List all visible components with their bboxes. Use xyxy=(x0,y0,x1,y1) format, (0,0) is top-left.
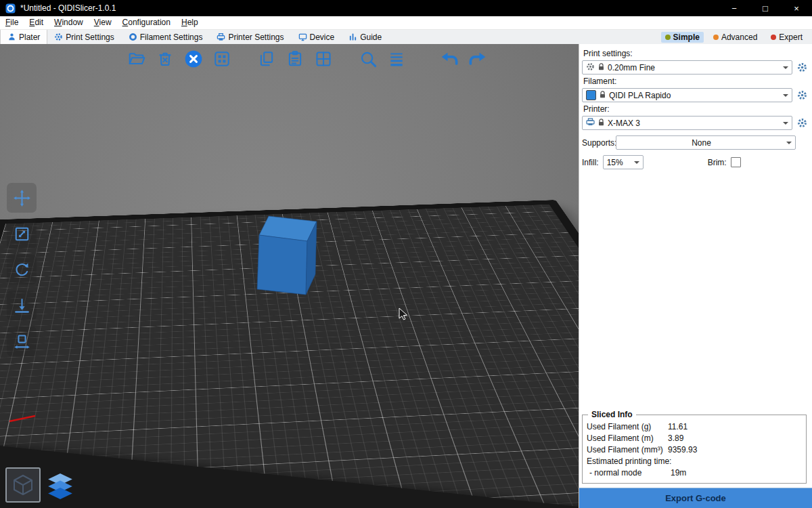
paste-icon[interactable] xyxy=(284,47,307,70)
guide-icon xyxy=(348,33,357,41)
filament-gear-button[interactable] xyxy=(796,89,808,102)
printer-icon xyxy=(586,118,595,128)
menu-view[interactable]: View xyxy=(89,16,117,29)
tab-filament-settings[interactable]: Filament Settings xyxy=(122,30,210,44)
sliced-info-row: Used Filament (mm³) 9359.93 xyxy=(587,445,802,455)
tab-guide[interactable]: Guide xyxy=(342,30,389,44)
left-toolbar xyxy=(7,183,37,356)
sliced-info-title: Sliced Info xyxy=(588,410,636,419)
tab-bar: Plater Print Settings Filament Settings … xyxy=(0,30,812,45)
printer-gear-button[interactable] xyxy=(796,117,808,129)
lock-icon xyxy=(600,91,606,100)
mode-expert[interactable]: Expert xyxy=(767,32,807,43)
menu-edit[interactable]: Edit xyxy=(24,16,49,29)
minimize-button[interactable]: − xyxy=(719,0,750,16)
editor-3d-view-button[interactable] xyxy=(5,467,41,503)
printer-label: Printer: xyxy=(583,104,808,114)
export-gcode-button[interactable]: Export G-code xyxy=(579,488,812,508)
delete-icon[interactable] xyxy=(154,47,177,70)
move-icon[interactable] xyxy=(7,183,37,213)
maximize-button[interactable]: □ xyxy=(750,0,781,16)
supports-combo[interactable]: None xyxy=(616,135,796,150)
gear-icon xyxy=(54,33,63,41)
view-mode-buttons xyxy=(5,467,76,503)
title-bar: *Untitled - QIDISlicer-1.0.1 − □ × xyxy=(0,0,812,16)
sliced-info-row: - normal mode 19m xyxy=(587,468,802,478)
sliced-info-panel: Sliced Info Used Filament (g) 11.61 Used… xyxy=(582,415,807,484)
copy-icon[interactable] xyxy=(255,47,278,70)
scale-icon[interactable] xyxy=(7,219,37,249)
arrange-icon[interactable] xyxy=(210,47,233,70)
app-logo-icon xyxy=(5,3,16,14)
menu-file[interactable]: File xyxy=(0,16,24,29)
simple-mode-dot xyxy=(665,35,671,40)
right-sidebar: Print settings: 0.20mm Fine Filament: xyxy=(579,44,812,508)
lock-icon xyxy=(598,63,604,72)
qidislicer-window: *Untitled - QIDISlicer-1.0.1 − □ × File … xyxy=(0,0,812,508)
menu-window[interactable]: Window xyxy=(49,16,89,29)
chevron-down-icon xyxy=(634,161,639,167)
mode-switcher: Simple Advanced Expert xyxy=(661,30,812,44)
tab-plater[interactable]: Plater xyxy=(0,30,47,44)
tab-printer-settings[interactable]: Printer Settings xyxy=(210,30,291,44)
sliced-info-row: Estimated printing time: xyxy=(587,457,802,467)
expert-mode-dot xyxy=(771,35,776,40)
split-to-parts-icon[interactable] xyxy=(312,47,335,70)
close-button[interactable]: × xyxy=(781,0,812,16)
chevron-down-icon xyxy=(786,142,792,147)
chevron-down-icon xyxy=(783,66,788,72)
redo-icon[interactable] xyxy=(466,47,489,70)
mode-simple[interactable]: Simple xyxy=(661,32,704,43)
infill-combo[interactable]: 15% xyxy=(603,155,644,169)
menu-bar: File Edit Window View Configuration Help xyxy=(0,16,812,30)
search-icon[interactable] xyxy=(357,47,380,70)
brim-label: Brim: xyxy=(708,158,727,167)
tab-device[interactable]: Device xyxy=(292,30,342,44)
open-file-icon[interactable] xyxy=(125,47,148,70)
print-settings-combo[interactable]: 0.20mm Fine xyxy=(582,60,792,75)
device-monitor-icon xyxy=(298,33,307,41)
printer-combo[interactable]: X-MAX 3 xyxy=(582,116,792,130)
lock-icon xyxy=(598,119,604,128)
sliced-info-row: Used Filament (m) 3.89 xyxy=(587,433,802,444)
filament-label: Filament: xyxy=(583,77,808,86)
brim-checkbox[interactable] xyxy=(731,157,741,167)
variable-layer-height-icon[interactable] xyxy=(385,47,408,70)
filament-combo[interactable]: QIDI PLA Rapido xyxy=(582,88,792,102)
chevron-down-icon xyxy=(783,122,788,127)
filament-color-swatch xyxy=(586,90,596,100)
plater-icon xyxy=(7,33,16,41)
place-on-face-icon[interactable] xyxy=(7,291,37,320)
undo-icon[interactable] xyxy=(438,47,461,70)
rotate-icon[interactable] xyxy=(7,255,37,284)
tab-print-settings[interactable]: Print Settings xyxy=(47,30,121,44)
mode-advanced[interactable]: Advanced xyxy=(709,32,761,43)
menu-configuration[interactable]: Configuration xyxy=(117,16,176,29)
menu-help[interactable]: Help xyxy=(176,16,204,29)
preview-sliced-view-button[interactable] xyxy=(44,470,76,503)
print-settings-gear-button[interactable] xyxy=(796,62,808,74)
3d-viewport[interactable] xyxy=(0,44,579,508)
filament-spool-icon xyxy=(129,33,137,41)
gear-icon xyxy=(586,62,595,73)
printer-icon xyxy=(217,33,225,41)
measure-icon[interactable] xyxy=(7,326,37,356)
advanced-mode-dot xyxy=(713,35,719,40)
chevron-down-icon xyxy=(783,94,788,100)
delete-all-icon[interactable] xyxy=(182,47,205,70)
infill-label: Infill: xyxy=(582,158,599,167)
print-settings-label: Print settings: xyxy=(583,49,808,58)
supports-label: Supports: xyxy=(582,138,616,148)
sliced-info-row: Used Filament (g) 11.61 xyxy=(587,422,802,432)
top-toolbar xyxy=(125,47,489,70)
window-title: *Untitled - QIDISlicer-1.0.1 xyxy=(20,3,116,13)
